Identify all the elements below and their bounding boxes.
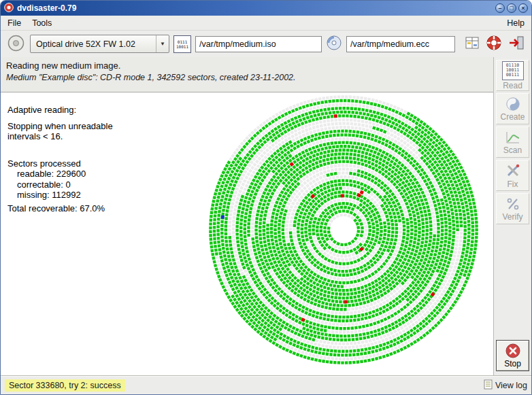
toolbar: Optical drive 52X FW 1.02 ▼ 0111 10011 bbox=[1, 31, 531, 57]
sector-spiral-visualization bbox=[195, 82, 492, 378]
statusbar: Sector 333680, try 2: success View log bbox=[1, 375, 531, 394]
titlebar[interactable]: dvdisaster-0.79 – □ × bbox=[1, 1, 531, 16]
menu-file[interactable]: File bbox=[2, 17, 27, 29]
fix-tools-icon bbox=[505, 162, 521, 179]
image-file-icon-line: 10011 bbox=[176, 44, 188, 49]
action-sidebar: 01110 10011 00111 Read Create Scan bbox=[493, 57, 531, 375]
lifebuoy-help-icon bbox=[486, 35, 502, 53]
image-file-input[interactable] bbox=[195, 36, 322, 52]
scan-label: Scan bbox=[503, 145, 522, 155]
menu-tools[interactable]: Tools bbox=[27, 17, 57, 29]
minimize-button[interactable]: – bbox=[495, 3, 505, 13]
reading-stats-panel: Adaptive reading: Stopping when unreadab… bbox=[7, 105, 113, 213]
stop-button[interactable]: Stop bbox=[496, 340, 529, 371]
status-line1: Reading new medium image. bbox=[6, 61, 488, 71]
stopping-line2: intervals < 16. bbox=[7, 131, 113, 142]
window-title: dvdisaster-0.79 bbox=[17, 3, 76, 13]
chevron-down-icon: ▼ bbox=[156, 35, 169, 52]
drive-icon bbox=[7, 34, 25, 54]
correctable-count: correctable: 0 bbox=[7, 179, 113, 190]
app-icon bbox=[4, 3, 14, 14]
fix-button[interactable]: Fix bbox=[496, 160, 529, 191]
ecc-file-input[interactable] bbox=[346, 36, 455, 52]
sectors-processed-label: Sectors processed bbox=[7, 158, 113, 169]
read-icon: 01110 10011 00111 bbox=[502, 61, 524, 80]
read-label: Read bbox=[503, 81, 522, 90]
status-line2: Medium "Example disc": CD-R mode 1, 3425… bbox=[6, 73, 488, 82]
app-window: dvdisaster-0.79 – □ × File Tools Help Op… bbox=[0, 0, 532, 395]
content-row: Reading new medium image. Medium "Exampl… bbox=[1, 57, 531, 375]
operation-status-area: Reading new medium image. Medium "Exampl… bbox=[1, 57, 493, 92]
menu-help[interactable]: Help bbox=[501, 17, 530, 29]
yin-yang-create-icon bbox=[505, 97, 520, 111]
view-log-label: View log bbox=[495, 381, 527, 390]
close-button[interactable]: × bbox=[518, 3, 528, 13]
read-icon-line: 00111 bbox=[506, 73, 520, 78]
read-button[interactable]: 01110 10011 00111 Read bbox=[496, 60, 529, 91]
stopping-line1: Stopping when unreadable bbox=[7, 121, 113, 132]
preferences-icon bbox=[464, 35, 480, 53]
drive-select-value: Optical drive 52X FW 1.02 bbox=[31, 39, 156, 49]
drive-select[interactable]: Optical drive 52X FW 1.02 ▼ bbox=[30, 35, 169, 53]
log-icon bbox=[484, 379, 493, 392]
status-message: Sector 333680, try 2: success bbox=[5, 379, 125, 392]
menubar: File Tools Help bbox=[1, 16, 531, 31]
create-label: Create bbox=[500, 112, 525, 122]
window-controls: – □ × bbox=[495, 3, 528, 13]
stop-label: Stop bbox=[504, 359, 521, 368]
create-button[interactable]: Create bbox=[496, 93, 529, 124]
scan-chart-icon bbox=[505, 130, 521, 145]
view-log-button[interactable]: View log bbox=[484, 379, 527, 392]
readable-count: readable: 229600 bbox=[7, 169, 113, 179]
quit-icon bbox=[508, 35, 525, 53]
quit-button[interactable] bbox=[507, 34, 526, 54]
help-button[interactable] bbox=[485, 34, 503, 54]
adaptive-reading-label: Adaptive reading: bbox=[7, 105, 113, 116]
drive-icon-button[interactable] bbox=[6, 33, 26, 55]
missing-count: missing: 112992 bbox=[7, 190, 113, 201]
stop-icon bbox=[505, 343, 520, 358]
verify-button[interactable]: Verify bbox=[496, 193, 529, 224]
ecc-file-icon bbox=[326, 35, 342, 54]
image-file-icon: 0111 10011 bbox=[173, 35, 191, 53]
preferences-button[interactable] bbox=[463, 34, 481, 54]
verify-label: Verify bbox=[502, 212, 522, 222]
verify-percent-icon bbox=[505, 196, 521, 211]
main-area: Adaptive reading: Stopping when unreadab… bbox=[1, 92, 493, 375]
total-recoverable: Total recoverable: 67.0% bbox=[7, 203, 113, 214]
maximize-button[interactable]: □ bbox=[507, 3, 516, 13]
scan-button[interactable]: Scan bbox=[496, 126, 529, 158]
left-pane: Reading new medium image. Medium "Exampl… bbox=[1, 57, 493, 375]
fix-label: Fix bbox=[508, 179, 518, 189]
image-file-icon-line: 0111 bbox=[178, 39, 187, 44]
